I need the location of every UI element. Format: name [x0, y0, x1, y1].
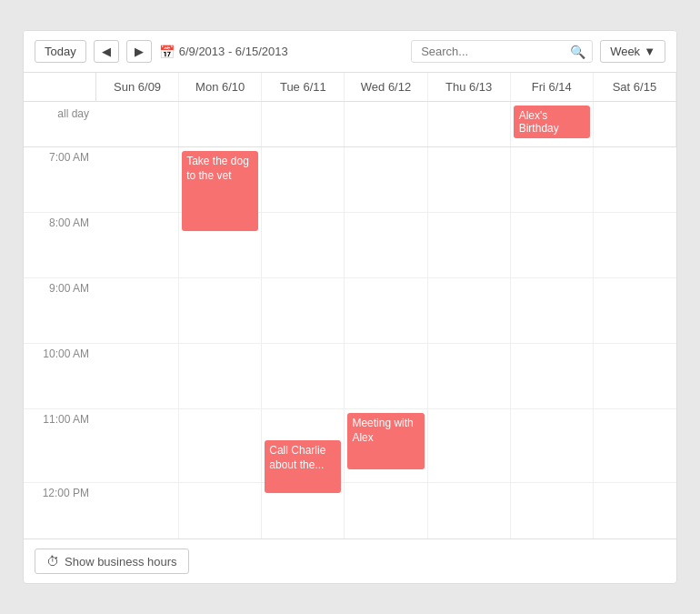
allday-row: all day Alex's Birthday: [24, 102, 676, 147]
time-row-8am: 8:00 AM: [24, 213, 676, 278]
next-button[interactable]: ▶: [126, 40, 152, 63]
time-cell-10am-fri: [511, 344, 594, 408]
calendar-icon: 📅: [159, 45, 175, 59]
allday-cell-tue: [262, 102, 345, 146]
calendar-container: Today ◀ ▶ 📅 6/9/2013 - 6/15/2013 🔍 Week …: [23, 30, 677, 584]
header-tue: Tue 6/11: [262, 73, 345, 101]
header-fri: Fri 6/14: [511, 73, 594, 101]
allday-cell-sat: [594, 102, 676, 146]
date-range-text: 6/9/2013 - 6/15/2013: [179, 45, 288, 58]
time-cell-10am-thu: [428, 344, 511, 408]
header-sat: Sat 6/15: [594, 73, 676, 101]
time-label-7am: 7:00 AM: [24, 147, 96, 212]
time-cell-7am-wed: [345, 147, 427, 212]
time-row-7am: 7:00 AM Take the dog to the vet: [24, 147, 676, 213]
time-cell-11am-mon: [179, 409, 262, 482]
header-sun: Sun 6/09: [96, 73, 179, 101]
event-meeting-alex[interactable]: Meeting with Alex: [347, 413, 424, 469]
time-row-10am: 10:00 AM: [24, 344, 676, 409]
search-wrapper: 🔍: [411, 40, 593, 63]
search-input[interactable]: [411, 40, 593, 63]
time-cell-8am-fri: [511, 213, 594, 277]
time-cell-12pm-thu: [428, 483, 511, 539]
time-row-12pm: 12:00 PM: [24, 483, 676, 539]
header-empty-cell: [24, 73, 96, 101]
time-cell-10am-mon: [179, 344, 262, 408]
time-label-12pm: 12:00 PM: [24, 483, 96, 539]
header-thu: Thu 6/13: [428, 73, 511, 101]
allday-cell-fri: Alex's Birthday: [511, 102, 594, 146]
dropdown-arrow-icon: ▼: [644, 45, 655, 58]
time-cell-12pm-wed: [345, 483, 427, 539]
time-cell-9am-mon: [179, 278, 262, 343]
time-cell-8am-tue: [262, 213, 345, 277]
time-cell-7am-sun: [96, 147, 179, 212]
prev-button[interactable]: ◀: [94, 40, 119, 63]
event-call-charlie[interactable]: Call Charlie about the...: [265, 440, 341, 493]
week-button[interactable]: Week ▼: [600, 40, 665, 63]
time-row-11am: 11:00 AM Call Charlie about the... Meeti…: [24, 409, 676, 483]
time-cell-7am-tue: [262, 147, 345, 212]
time-cell-9am-wed: [345, 278, 427, 343]
time-cell-11am-fri: [511, 409, 594, 482]
time-cell-10am-wed: [345, 344, 427, 408]
time-cell-11am-wed: Meeting with Alex: [345, 409, 427, 482]
date-range: 📅 6/9/2013 - 6/15/2013: [159, 45, 288, 59]
footer: ⏱ Show business hours: [24, 539, 676, 583]
allday-cell-sun: [96, 102, 179, 146]
header-wed: Wed 6/12: [345, 73, 427, 101]
allday-cell-wed: [345, 102, 427, 146]
time-cell-11am-sun: [96, 409, 179, 482]
allday-label: all day: [24, 102, 96, 146]
time-cell-8am-sat: [594, 213, 676, 277]
search-icon: 🔍: [570, 45, 585, 59]
time-cell-7am-sat: [594, 147, 676, 212]
allday-cell-thu: [428, 102, 511, 146]
time-cell-7am-fri: [511, 147, 594, 212]
time-cell-7am-mon: Take the dog to the vet: [179, 147, 262, 212]
calendar-grid: Sun 6/09 Mon 6/10 Tue 6/11 Wed 6/12 Thu …: [24, 73, 676, 539]
time-row-9am: 9:00 AM: [24, 278, 676, 344]
time-cell-9am-thu: [428, 278, 511, 343]
time-cell-8am-sun: [96, 213, 179, 277]
time-label-8am: 8:00 AM: [24, 213, 96, 277]
time-label-11am: 11:00 AM: [24, 409, 96, 482]
time-cell-10am-sat: [594, 344, 676, 408]
time-label-9am: 9:00 AM: [24, 278, 96, 343]
toolbar: Today ◀ ▶ 📅 6/9/2013 - 6/15/2013 🔍 Week …: [24, 31, 676, 73]
time-cell-11am-tue: Call Charlie about the...: [262, 409, 345, 482]
show-business-hours-button[interactable]: ⏱ Show business hours: [35, 549, 189, 574]
time-cell-7am-thu: [428, 147, 511, 212]
week-label: Week: [610, 45, 640, 58]
time-cell-8am-wed: [345, 213, 427, 277]
time-cell-12pm-mon: [179, 483, 262, 539]
event-dog-vet[interactable]: Take the dog to the vet: [182, 151, 258, 231]
time-label-10am: 10:00 AM: [24, 344, 96, 408]
time-cell-9am-sat: [594, 278, 676, 343]
time-rows: 7:00 AM Take the dog to the vet 8:00 AM: [24, 147, 676, 539]
time-cell-9am-fri: [511, 278, 594, 343]
time-cell-9am-tue: [262, 278, 345, 343]
show-hours-label: Show business hours: [65, 555, 177, 569]
allday-cell-mon: [179, 102, 262, 146]
time-cell-10am-sun: [96, 344, 179, 408]
allday-event-alexbirthday[interactable]: Alex's Birthday: [514, 106, 590, 138]
clock-icon: ⏱: [46, 554, 59, 569]
calendar-header: Sun 6/09 Mon 6/10 Tue 6/11 Wed 6/12 Thu …: [24, 73, 676, 102]
time-cell-12pm-sun: [96, 483, 179, 539]
today-button[interactable]: Today: [35, 40, 86, 63]
time-cell-8am-thu: [428, 213, 511, 277]
time-cell-12pm-fri: [511, 483, 594, 539]
time-cell-10am-tue: [262, 344, 345, 408]
time-cell-9am-sun: [96, 278, 179, 343]
time-cell-11am-sat: [594, 409, 676, 482]
time-cell-12pm-sat: [594, 483, 676, 539]
header-mon: Mon 6/10: [179, 73, 262, 101]
time-cell-11am-thu: [428, 409, 511, 482]
